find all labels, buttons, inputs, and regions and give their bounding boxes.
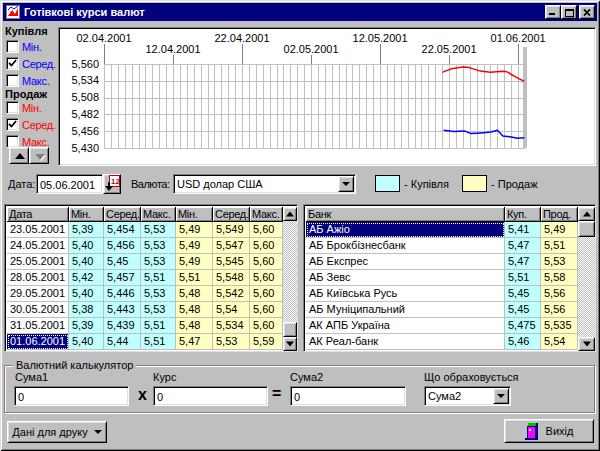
cell[interactable]: 5,54 (541, 334, 578, 350)
bank-row[interactable]: АБ Зевс5,515,58 (306, 270, 578, 286)
date-cursor[interactable] (523, 47, 527, 148)
result-mode-combobox[interactable]: Сума2 (424, 386, 511, 406)
bank-row[interactable]: АК Реал-банк5,465,54 (306, 334, 578, 350)
close-button[interactable] (579, 5, 595, 19)
cell[interactable]: АБ Муніципальний (306, 302, 505, 318)
bank-row[interactable]: АК АПБ Україна5,4755,535 (306, 318, 578, 334)
cell[interactable]: 5,47 (505, 238, 541, 254)
cell[interactable]: 5,53 (141, 222, 176, 238)
cell[interactable]: 31.05.2001 (7, 318, 69, 334)
cell[interactable]: 5,40 (69, 334, 104, 350)
cell[interactable]: 5,56 (541, 302, 578, 318)
scroll-up-button[interactable] (283, 207, 297, 221)
cell[interactable]: 5,53 (141, 238, 176, 254)
rates-row[interactable]: 25.05.20015,405,455,535,495,5455,60 (7, 254, 283, 270)
banks-scrollbar[interactable] (578, 207, 595, 351)
cell[interactable]: 5,48 (176, 302, 213, 318)
print-data-button[interactable]: Дані для друку (7, 421, 107, 443)
cell[interactable]: 5,51 (176, 270, 213, 286)
title-bar[interactable]: Готівкові курси валют (3, 3, 597, 21)
sum2-input[interactable] (291, 387, 405, 405)
cell[interactable]: 5,41 (505, 222, 541, 238)
scroll-thumb[interactable] (283, 322, 297, 337)
cell[interactable]: 5,547 (213, 238, 250, 254)
rates-row[interactable]: 01.06.20015,405,445,515,475,535,59 (7, 334, 283, 350)
scroll-down-button[interactable] (578, 337, 595, 351)
cell[interactable]: 30.05.2001 (7, 302, 69, 318)
cell[interactable]: АБ Експрес (306, 254, 505, 270)
scroll-thumb[interactable] (578, 221, 595, 237)
exit-button[interactable]: Вихід (504, 419, 594, 443)
cell[interactable]: 5,542 (213, 286, 250, 302)
cell[interactable]: 5,45 (104, 254, 141, 270)
cell[interactable]: 5,58 (541, 270, 578, 286)
currency-combobox[interactable]: USD долар США (173, 174, 356, 194)
kurs-input[interactable] (154, 387, 267, 405)
cell[interactable]: АК Реал-банк (306, 334, 505, 350)
cell[interactable]: АБ Брокбізнесбанк (306, 238, 505, 254)
checkbox-box[interactable] (6, 74, 19, 87)
cell[interactable]: 5,60 (250, 254, 283, 270)
cell[interactable]: АБ Ажіо (306, 222, 505, 238)
checkbox-box[interactable] (6, 101, 19, 114)
cell[interactable]: 01.06.2001 (7, 334, 69, 350)
date-input[interactable] (37, 175, 102, 193)
cell[interactable]: АБ Київська Русь (306, 286, 505, 302)
bank-row[interactable]: АБ Ажіо5,415,49 (306, 222, 578, 238)
cell[interactable]: 5,42 (69, 270, 104, 286)
cell[interactable]: 5,40 (69, 238, 104, 254)
cell[interactable]: 5,535 (541, 318, 578, 334)
cell[interactable]: 29.05.2001 (7, 286, 69, 302)
cell[interactable]: 5,49 (176, 254, 213, 270)
cell[interactable]: 5,39 (69, 318, 104, 334)
cell[interactable]: 5,51 (505, 270, 541, 286)
rates-row[interactable]: 24.05.20015,405,4565,535,495,5475,60 (7, 238, 283, 254)
checkbox-buy-avg[interactable]: Серед. (6, 57, 56, 70)
checkbox-box[interactable] (6, 57, 19, 70)
cell[interactable]: 23.05.2001 (7, 222, 69, 238)
rates-row[interactable]: 23.05.20015,395,4545,535,495,5495,60 (7, 222, 283, 238)
minimize-button[interactable] (545, 5, 561, 19)
checkbox-buy-max[interactable]: Макс. (6, 74, 49, 87)
cell[interactable]: 5,51 (141, 270, 176, 286)
cell[interactable]: 5,46 (505, 334, 541, 350)
cell[interactable]: 5,45 (505, 302, 541, 318)
cell[interactable]: 5,60 (250, 238, 283, 254)
cell[interactable]: 5,53 (213, 334, 250, 350)
rates-scrollbar[interactable] (283, 207, 297, 351)
cell[interactable]: 5,53 (141, 302, 176, 318)
cell[interactable]: 5,53 (541, 254, 578, 270)
cell[interactable]: 5,534 (213, 318, 250, 334)
rates-row[interactable]: 31.05.20015,395,4395,515,485,5345,60 (7, 318, 283, 334)
cell[interactable]: 5,49 (176, 238, 213, 254)
cell[interactable]: 5,38 (69, 302, 104, 318)
cell[interactable]: 5,60 (250, 270, 283, 286)
cell[interactable]: АБ Зевс (306, 270, 505, 286)
bank-row[interactable]: АБ Експрес5,475,53 (306, 254, 578, 270)
cell[interactable]: 5,60 (250, 302, 283, 318)
checkbox-sell-avg[interactable]: Серед. (6, 118, 56, 131)
cell[interactable]: 5,51 (541, 238, 578, 254)
cell[interactable]: 28.05.2001 (7, 270, 69, 286)
cell[interactable]: 5,40 (69, 254, 104, 270)
checkbox-box[interactable] (6, 40, 19, 53)
cell[interactable]: АК АПБ Україна (306, 318, 505, 334)
cell[interactable]: 5,48 (176, 318, 213, 334)
cell[interactable]: 5,439 (104, 318, 141, 334)
maximize-button[interactable] (561, 5, 577, 19)
cell[interactable]: 5,446 (104, 286, 141, 302)
cell[interactable]: 5,454 (104, 222, 141, 238)
cell[interactable]: 5,40 (69, 286, 104, 302)
cell[interactable]: 5,47 (505, 254, 541, 270)
checkbox-box[interactable] (6, 118, 19, 131)
cell[interactable]: 5,548 (213, 270, 250, 286)
scroll-down-button[interactable] (283, 337, 297, 351)
cell[interactable]: 5,60 (250, 286, 283, 302)
cell[interactable]: 5,60 (250, 318, 283, 334)
cell[interactable]: 5,457 (104, 270, 141, 286)
cell[interactable]: 5,53 (141, 286, 176, 302)
cell[interactable]: 5,545 (213, 254, 250, 270)
bank-row[interactable]: АБ Муніципальний5,455,56 (306, 302, 578, 318)
cell[interactable]: 5,456 (104, 238, 141, 254)
checkbox-sell-min[interactable]: Мін. (6, 101, 42, 114)
